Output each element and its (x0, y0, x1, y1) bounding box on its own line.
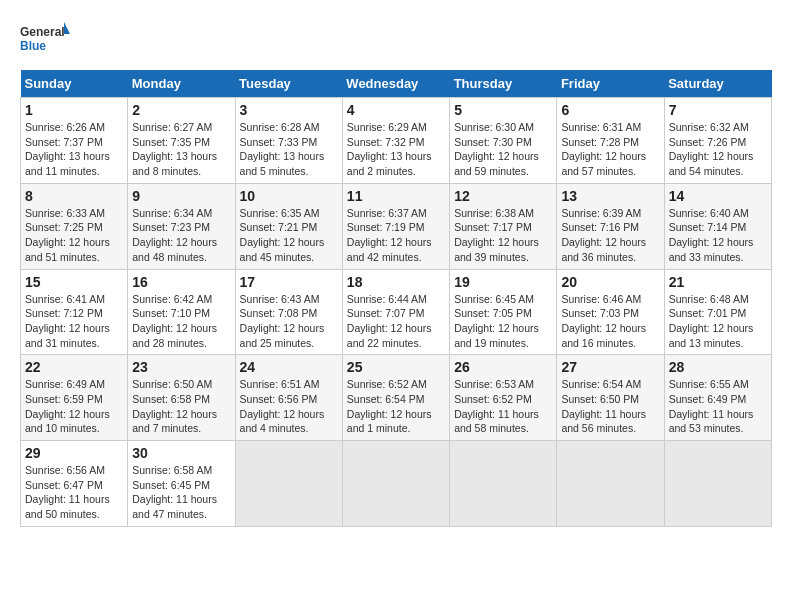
calendar-cell (450, 441, 557, 527)
day-number: 14 (669, 188, 767, 204)
day-info: Sunrise: 6:31 AM Sunset: 7:28 PM Dayligh… (561, 120, 659, 179)
calendar-cell: 24 Sunrise: 6:51 AM Sunset: 6:56 PM Dayl… (235, 355, 342, 441)
day-number: 20 (561, 274, 659, 290)
day-info: Sunrise: 6:50 AM Sunset: 6:58 PM Dayligh… (132, 377, 230, 436)
calendar-cell: 4 Sunrise: 6:29 AM Sunset: 7:32 PM Dayli… (342, 98, 449, 184)
day-info: Sunrise: 6:55 AM Sunset: 6:49 PM Dayligh… (669, 377, 767, 436)
day-number: 22 (25, 359, 123, 375)
calendar-cell: 2 Sunrise: 6:27 AM Sunset: 7:35 PM Dayli… (128, 98, 235, 184)
day-info: Sunrise: 6:37 AM Sunset: 7:19 PM Dayligh… (347, 206, 445, 265)
day-header-monday: Monday (128, 70, 235, 98)
calendar-cell: 27 Sunrise: 6:54 AM Sunset: 6:50 PM Dayl… (557, 355, 664, 441)
calendar-cell (664, 441, 771, 527)
calendar-cell: 22 Sunrise: 6:49 AM Sunset: 6:59 PM Dayl… (21, 355, 128, 441)
calendar-cell: 9 Sunrise: 6:34 AM Sunset: 7:23 PM Dayli… (128, 183, 235, 269)
calendar-cell: 30 Sunrise: 6:58 AM Sunset: 6:45 PM Dayl… (128, 441, 235, 527)
header: General Blue (20, 20, 772, 60)
calendar-cell: 29 Sunrise: 6:56 AM Sunset: 6:47 PM Dayl… (21, 441, 128, 527)
day-info: Sunrise: 6:35 AM Sunset: 7:21 PM Dayligh… (240, 206, 338, 265)
day-info: Sunrise: 6:28 AM Sunset: 7:33 PM Dayligh… (240, 120, 338, 179)
day-info: Sunrise: 6:52 AM Sunset: 6:54 PM Dayligh… (347, 377, 445, 436)
calendar-cell: 19 Sunrise: 6:45 AM Sunset: 7:05 PM Dayl… (450, 269, 557, 355)
calendar-cell: 12 Sunrise: 6:38 AM Sunset: 7:17 PM Dayl… (450, 183, 557, 269)
day-header-saturday: Saturday (664, 70, 771, 98)
calendar-cell: 28 Sunrise: 6:55 AM Sunset: 6:49 PM Dayl… (664, 355, 771, 441)
day-number: 13 (561, 188, 659, 204)
day-header-wednesday: Wednesday (342, 70, 449, 98)
calendar-cell: 11 Sunrise: 6:37 AM Sunset: 7:19 PM Dayl… (342, 183, 449, 269)
day-number: 26 (454, 359, 552, 375)
day-number: 28 (669, 359, 767, 375)
calendar-cell: 10 Sunrise: 6:35 AM Sunset: 7:21 PM Dayl… (235, 183, 342, 269)
header-row: SundayMondayTuesdayWednesdayThursdayFrid… (21, 70, 772, 98)
calendar-cell: 14 Sunrise: 6:40 AM Sunset: 7:14 PM Dayl… (664, 183, 771, 269)
week-row-5: 29 Sunrise: 6:56 AM Sunset: 6:47 PM Dayl… (21, 441, 772, 527)
day-number: 18 (347, 274, 445, 290)
day-number: 29 (25, 445, 123, 461)
day-number: 7 (669, 102, 767, 118)
calendar-table: SundayMondayTuesdayWednesdayThursdayFrid… (20, 70, 772, 527)
calendar-cell: 3 Sunrise: 6:28 AM Sunset: 7:33 PM Dayli… (235, 98, 342, 184)
svg-text:General: General (20, 25, 65, 39)
day-info: Sunrise: 6:54 AM Sunset: 6:50 PM Dayligh… (561, 377, 659, 436)
day-number: 16 (132, 274, 230, 290)
day-info: Sunrise: 6:30 AM Sunset: 7:30 PM Dayligh… (454, 120, 552, 179)
calendar-cell: 5 Sunrise: 6:30 AM Sunset: 7:30 PM Dayli… (450, 98, 557, 184)
calendar-cell: 20 Sunrise: 6:46 AM Sunset: 7:03 PM Dayl… (557, 269, 664, 355)
day-info: Sunrise: 6:39 AM Sunset: 7:16 PM Dayligh… (561, 206, 659, 265)
week-row-4: 22 Sunrise: 6:49 AM Sunset: 6:59 PM Dayl… (21, 355, 772, 441)
day-info: Sunrise: 6:42 AM Sunset: 7:10 PM Dayligh… (132, 292, 230, 351)
day-number: 17 (240, 274, 338, 290)
day-info: Sunrise: 6:58 AM Sunset: 6:45 PM Dayligh… (132, 463, 230, 522)
calendar-cell (235, 441, 342, 527)
day-number: 3 (240, 102, 338, 118)
day-info: Sunrise: 6:46 AM Sunset: 7:03 PM Dayligh… (561, 292, 659, 351)
week-row-1: 1 Sunrise: 6:26 AM Sunset: 7:37 PM Dayli… (21, 98, 772, 184)
calendar-cell: 17 Sunrise: 6:43 AM Sunset: 7:08 PM Dayl… (235, 269, 342, 355)
day-number: 4 (347, 102, 445, 118)
day-info: Sunrise: 6:51 AM Sunset: 6:56 PM Dayligh… (240, 377, 338, 436)
day-info: Sunrise: 6:34 AM Sunset: 7:23 PM Dayligh… (132, 206, 230, 265)
day-number: 8 (25, 188, 123, 204)
day-info: Sunrise: 6:44 AM Sunset: 7:07 PM Dayligh… (347, 292, 445, 351)
calendar-cell: 26 Sunrise: 6:53 AM Sunset: 6:52 PM Dayl… (450, 355, 557, 441)
calendar-cell: 15 Sunrise: 6:41 AM Sunset: 7:12 PM Dayl… (21, 269, 128, 355)
svg-text:Blue: Blue (20, 39, 46, 53)
calendar-cell: 23 Sunrise: 6:50 AM Sunset: 6:58 PM Dayl… (128, 355, 235, 441)
calendar-cell (342, 441, 449, 527)
svg-marker-2 (64, 22, 70, 34)
day-info: Sunrise: 6:43 AM Sunset: 7:08 PM Dayligh… (240, 292, 338, 351)
day-info: Sunrise: 6:38 AM Sunset: 7:17 PM Dayligh… (454, 206, 552, 265)
calendar-cell: 21 Sunrise: 6:48 AM Sunset: 7:01 PM Dayl… (664, 269, 771, 355)
day-number: 21 (669, 274, 767, 290)
calendar-cell: 25 Sunrise: 6:52 AM Sunset: 6:54 PM Dayl… (342, 355, 449, 441)
week-row-3: 15 Sunrise: 6:41 AM Sunset: 7:12 PM Dayl… (21, 269, 772, 355)
day-number: 15 (25, 274, 123, 290)
day-info: Sunrise: 6:33 AM Sunset: 7:25 PM Dayligh… (25, 206, 123, 265)
day-number: 2 (132, 102, 230, 118)
day-info: Sunrise: 6:53 AM Sunset: 6:52 PM Dayligh… (454, 377, 552, 436)
day-number: 11 (347, 188, 445, 204)
calendar-cell: 13 Sunrise: 6:39 AM Sunset: 7:16 PM Dayl… (557, 183, 664, 269)
day-header-thursday: Thursday (450, 70, 557, 98)
day-info: Sunrise: 6:29 AM Sunset: 7:32 PM Dayligh… (347, 120, 445, 179)
day-info: Sunrise: 6:41 AM Sunset: 7:12 PM Dayligh… (25, 292, 123, 351)
week-row-2: 8 Sunrise: 6:33 AM Sunset: 7:25 PM Dayli… (21, 183, 772, 269)
day-number: 10 (240, 188, 338, 204)
day-info: Sunrise: 6:27 AM Sunset: 7:35 PM Dayligh… (132, 120, 230, 179)
day-info: Sunrise: 6:45 AM Sunset: 7:05 PM Dayligh… (454, 292, 552, 351)
day-info: Sunrise: 6:32 AM Sunset: 7:26 PM Dayligh… (669, 120, 767, 179)
day-number: 12 (454, 188, 552, 204)
day-number: 9 (132, 188, 230, 204)
day-info: Sunrise: 6:40 AM Sunset: 7:14 PM Dayligh… (669, 206, 767, 265)
day-number: 25 (347, 359, 445, 375)
calendar-cell: 18 Sunrise: 6:44 AM Sunset: 7:07 PM Dayl… (342, 269, 449, 355)
day-info: Sunrise: 6:49 AM Sunset: 6:59 PM Dayligh… (25, 377, 123, 436)
day-number: 19 (454, 274, 552, 290)
logo: General Blue (20, 20, 70, 60)
day-number: 24 (240, 359, 338, 375)
day-info: Sunrise: 6:56 AM Sunset: 6:47 PM Dayligh… (25, 463, 123, 522)
day-header-friday: Friday (557, 70, 664, 98)
calendar-cell (557, 441, 664, 527)
day-number: 27 (561, 359, 659, 375)
